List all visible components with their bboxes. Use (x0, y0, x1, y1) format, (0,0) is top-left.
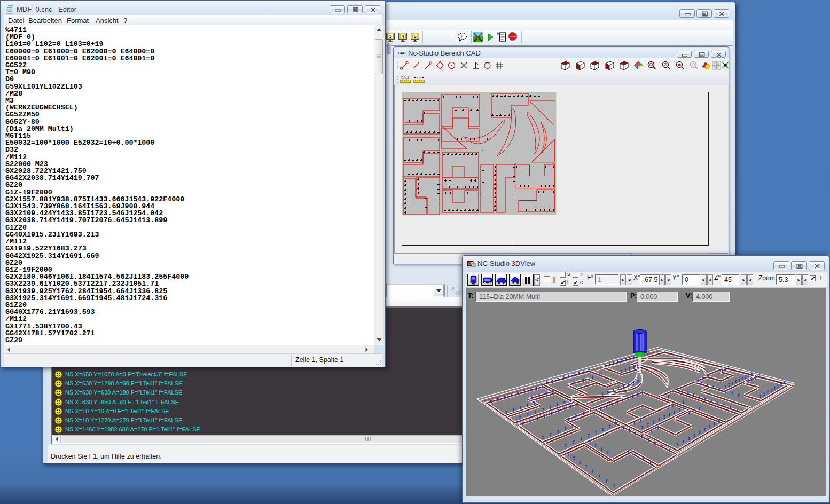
svg-text:5: 5 (414, 34, 417, 39)
svg-text:X,Y,Z: X,Y,Z (401, 76, 410, 80)
svg-text:3: 3 (389, 34, 392, 39)
svg-text:!!: !! (461, 35, 464, 38)
svg-text:STOP: STOP (510, 35, 515, 38)
svg-text:A: A (451, 286, 455, 291)
svg-text:4: 4 (402, 34, 404, 39)
